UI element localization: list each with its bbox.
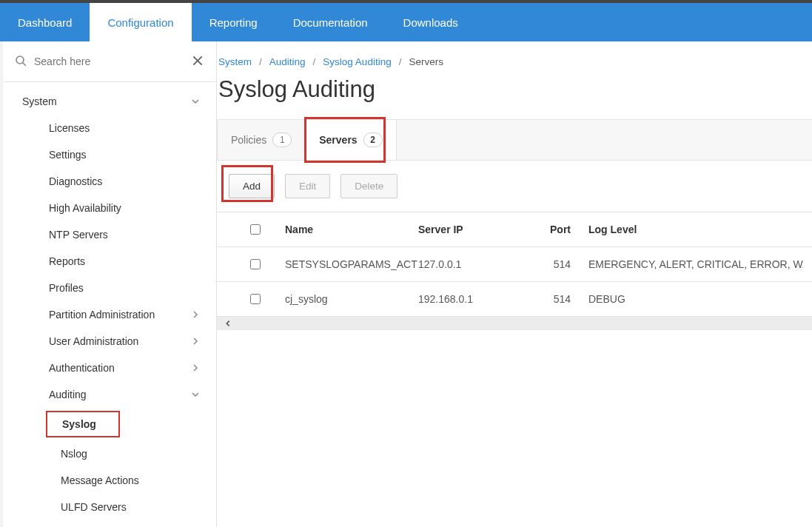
col-server-ip: Server IP	[418, 224, 522, 235]
search-input[interactable]	[34, 56, 184, 67]
chevron-right-icon	[191, 363, 200, 372]
svg-line-1	[23, 63, 26, 66]
row-checkbox[interactable]	[250, 259, 261, 269]
sidebar-item-ntp-servers[interactable]: NTP Servers	[3, 221, 216, 248]
tab-servers[interactable]: Servers 2	[305, 120, 396, 160]
table-row[interactable]: cj_syslog 192.168.0.1 514 DEBUG	[217, 282, 812, 317]
sidebar: System Licenses Settings Diagnostics Hig…	[0, 41, 217, 527]
nav-dashboard[interactable]: Dashboard	[0, 3, 90, 41]
clear-search-icon[interactable]	[191, 54, 204, 70]
sidebar-item-partition-administration[interactable]: Partition Administration	[3, 301, 216, 328]
breadcrumb-sep: /	[399, 56, 402, 67]
col-log-level: Log Level	[588, 224, 803, 235]
sidebar-item-ulfd-servers[interactable]: ULFD Servers	[3, 494, 216, 520]
col-port: Port	[522, 224, 588, 235]
sidebar-item-diagnostics[interactable]: Diagnostics	[3, 168, 216, 195]
servers-table: Name Server IP Port Log Level SETSYSLOGP…	[217, 212, 812, 330]
main-content: System / Auditing / Syslog Auditing / Se…	[217, 41, 812, 527]
cell-port: 514	[522, 293, 588, 305]
chevron-right-icon	[191, 310, 200, 319]
highlight-syslog: Syslog	[46, 411, 120, 437]
sidebar-item-licenses[interactable]: Licenses	[3, 115, 216, 141]
sidebar-item-profiles[interactable]: Profiles	[3, 275, 216, 301]
action-bar: Add Edit Delete	[217, 161, 812, 212]
cell-ip: 127.0.0.1	[418, 258, 522, 270]
tab-label: Servers	[319, 134, 357, 146]
breadcrumb-current: Servers	[409, 56, 443, 67]
chevron-left-icon	[224, 318, 232, 329]
content-tabs: Policies 1 Servers 2	[217, 119, 812, 161]
col-name: Name	[285, 224, 418, 235]
top-nav: Dashboard Configuration Reporting Docume…	[0, 0, 812, 41]
chevron-right-icon	[191, 337, 200, 346]
breadcrumb-system[interactable]: System	[218, 56, 252, 67]
breadcrumb: System / Auditing / Syslog Auditing / Se…	[217, 56, 812, 73]
cell-name: cj_syslog	[285, 293, 418, 305]
cell-log-level: EMERGENCY, ALERT, CRITICAL, ERROR, WARNI…	[588, 258, 803, 270]
search-icon	[15, 55, 27, 69]
row-checkbox[interactable]	[250, 294, 261, 304]
horizontal-scrollbar[interactable]	[217, 317, 812, 330]
cell-port: 514	[522, 258, 588, 270]
tab-count: 2	[363, 132, 383, 147]
sidebar-item-auditing[interactable]: Auditing	[3, 381, 216, 408]
delete-button[interactable]: Delete	[340, 174, 397, 198]
chevron-down-icon	[191, 97, 200, 106]
tab-label: Policies	[231, 134, 266, 146]
sidebar-item-authentication[interactable]: Authentication	[3, 355, 216, 381]
sidebar-search	[3, 41, 216, 82]
sidebar-item-high-availability[interactable]: High Availability	[3, 195, 216, 221]
table-header-row: Name Server IP Port Log Level	[217, 212, 812, 247]
sidebar-item-nslog[interactable]: Nslog	[3, 440, 216, 467]
table-row[interactable]: SETSYSLOGPARAMS_ACT 127.0.0.1 514 EMERGE…	[217, 247, 812, 282]
sidebar-item-syslog[interactable]: Syslog	[50, 414, 115, 434]
sidebar-item-settings[interactable]: Settings	[3, 141, 216, 168]
breadcrumb-syslog-auditing[interactable]: Syslog Auditing	[323, 56, 391, 67]
cell-log-level: DEBUG	[588, 293, 803, 305]
tab-policies[interactable]: Policies 1	[218, 120, 305, 160]
nav-documentation[interactable]: Documentation	[275, 3, 386, 41]
sidebar-item-system[interactable]: System	[3, 88, 216, 115]
edit-button[interactable]: Edit	[285, 174, 330, 198]
sidebar-item-message-actions[interactable]: Message Actions	[3, 467, 216, 494]
tab-count: 1	[272, 132, 292, 147]
breadcrumb-auditing[interactable]: Auditing	[269, 56, 306, 67]
nav-configuration[interactable]: Configuration	[90, 3, 191, 41]
svg-point-0	[16, 56, 24, 64]
nav-reporting[interactable]: Reporting	[192, 3, 275, 41]
cell-name: SETSYSLOGPARAMS_ACT	[285, 258, 418, 270]
nav-downloads[interactable]: Downloads	[386, 3, 476, 41]
breadcrumb-sep: /	[259, 56, 262, 67]
sidebar-nav: System Licenses Settings Diagnostics Hig…	[3, 82, 216, 527]
select-all-checkbox[interactable]	[250, 224, 261, 235]
cell-ip: 192.168.0.1	[418, 293, 522, 305]
sidebar-item-reports[interactable]: Reports	[3, 248, 216, 275]
page-title: Syslog Auditing	[217, 73, 812, 119]
chevron-down-icon	[191, 390, 200, 399]
add-button[interactable]: Add	[229, 174, 275, 198]
breadcrumb-sep: /	[313, 56, 316, 67]
sidebar-item-user-administration[interactable]: User Administration	[3, 328, 216, 355]
